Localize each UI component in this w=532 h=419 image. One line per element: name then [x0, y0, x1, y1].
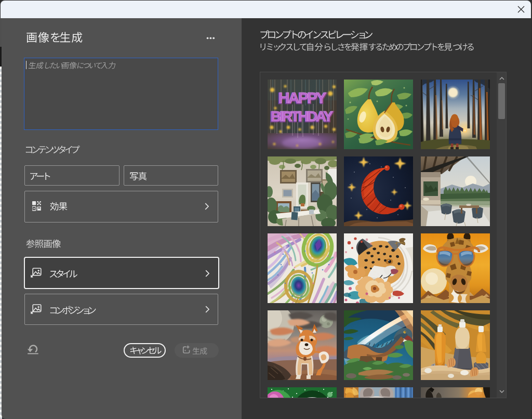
svg-text:BIRTHDAY: BIRTHDAY [271, 108, 333, 124]
svg-text:HAPPY: HAPPY [278, 89, 326, 106]
